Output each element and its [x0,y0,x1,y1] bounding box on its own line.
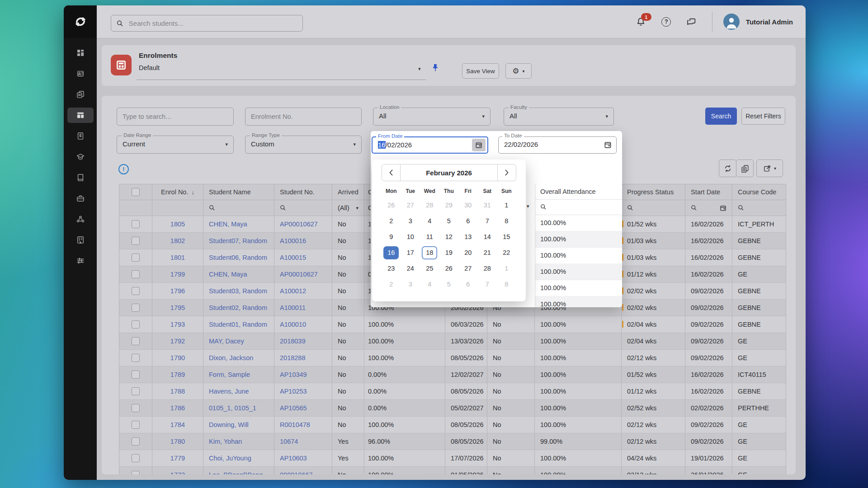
sidebar-item-courses[interactable] [67,149,94,164]
calendar-day[interactable]: 11 [420,229,439,245]
sidebar-item-documents[interactable] [67,87,94,102]
calendar-day[interactable]: 16 [382,245,401,261]
calendar-day[interactable]: 29 [439,197,459,213]
copy-grid-button[interactable] [736,160,754,177]
calendar-day[interactable]: 4 [420,277,439,292]
app-logo[interactable] [64,5,97,38]
column-header-enrol-no[interactable]: Enrol No.↓ [152,184,203,200]
row-checkbox[interactable] [132,371,140,379]
view-settings-button[interactable]: ⚙ ▾ [505,63,532,79]
filter-date-range-select[interactable]: Date Range Current ▾ [117,136,234,154]
row-checkbox[interactable] [132,454,140,462]
calendar-day[interactable]: 1 [497,261,516,277]
prev-month-button[interactable] [382,164,401,181]
enrol-no-link[interactable]: 1790 [152,350,203,366]
student-no-link[interactable]: A100010 [274,316,332,333]
student-name-link[interactable]: Dixon, Jackson [203,350,274,366]
calendar-day[interactable]: 6 [458,213,478,229]
calendar-day[interactable]: 21 [478,245,497,261]
student-no-link[interactable]: A100015 [274,249,332,266]
calendar-day[interactable]: 24 [401,261,420,277]
to-date-field[interactable]: To Date 22/02/2026 [498,136,617,154]
calendar-day[interactable]: 26 [382,197,401,213]
student-no-link[interactable]: AP10565 [274,400,332,416]
overlay-column-filter[interactable] [535,199,622,215]
column-header-arrived[interactable]: Arrived [332,184,364,200]
notifications-button[interactable]: 1 [633,14,649,29]
calendar-day[interactable]: 27 [458,261,478,277]
select-all-checkbox[interactable] [132,188,140,196]
student-name-link[interactable]: 0105_1, 0105_1 [203,400,274,416]
next-month-button[interactable] [497,164,516,181]
calendar-day[interactable]: 10 [401,229,420,245]
calendar-day[interactable]: 7 [478,277,497,292]
student-no-link[interactable]: 2018288 [274,350,332,366]
sidebar-item-dashboard[interactable] [67,45,94,61]
student-no-link[interactable]: A100016 [274,233,332,249]
avatar[interactable] [723,14,740,30]
table-row[interactable]: 1784 Downing, Will R0010478 No 100.00% 0… [119,417,786,433]
help-button[interactable]: ? [659,14,674,29]
row-checkbox[interactable] [132,354,140,362]
row-checkbox[interactable] [132,220,140,228]
enrol-no-link[interactable]: 1779 [152,450,203,466]
student-name-link[interactable]: Lee, BBangBBang [203,467,274,474]
sidebar-item-toolbox[interactable] [67,191,94,206]
filter-student-no[interactable] [274,200,332,216]
student-no-link[interactable]: A100011 [274,300,332,316]
student-name-link[interactable]: MAY, Dacey [203,333,274,349]
enrol-no-link[interactable]: 1784 [152,417,203,433]
filter-course-code[interactable] [732,200,786,216]
calendar-day[interactable]: 1 [497,197,516,213]
row-checkbox[interactable] [132,287,140,295]
calendar-day[interactable]: 23 [382,261,401,277]
calendar-month-title[interactable]: February 2026 [401,164,497,181]
student-name-link[interactable]: Student01, Random [203,316,274,333]
global-search[interactable] [111,15,303,32]
sidebar-item-book[interactable] [67,170,94,185]
student-name-link[interactable]: CHEN, Maya [203,216,274,232]
calendar-day[interactable]: 27 [401,197,420,213]
column-header-progress-status[interactable]: Progress Status [622,184,685,200]
search-button[interactable]: Search [705,108,737,125]
from-date-calendar-button[interactable] [472,139,486,151]
student-no-link[interactable]: 000010667 [274,467,332,474]
to-date-calendar-button[interactable] [604,141,612,150]
calendar-day[interactable]: 30 [458,197,478,213]
filter-enrolment-no-input[interactable] [245,108,362,126]
student-name-link[interactable]: Student03, Random [203,283,274,299]
student-no-link[interactable]: AP10349 [274,366,332,383]
enrol-no-link[interactable]: 1793 [152,316,203,333]
table-row[interactable]: 1780 Kim, Yohan 10674 Yes 96.00% 08/05/2… [119,433,786,450]
row-checkbox[interactable] [132,404,140,412]
row-checkbox[interactable] [132,320,140,328]
sidebar-item-invoices[interactable] [67,128,94,144]
sidebar-item-students[interactable] [67,66,94,81]
table-row[interactable]: 1788 Havens, June AP10253 No 0.00% 08/05… [119,383,786,400]
user-name[interactable]: Tutorial Admin [746,18,793,26]
table-row[interactable]: 1786 0105_1, 0105_1 AP10565 No 0.00% 05/… [119,400,786,417]
filter-start-date[interactable] [685,200,732,216]
calendar-day[interactable]: 7 [478,213,497,229]
filter-progress-status[interactable] [622,200,685,216]
row-checkbox[interactable] [132,253,140,262]
calendar-day[interactable]: 17 [401,245,420,261]
global-search-input[interactable] [128,19,297,28]
reset-filters-button[interactable]: Reset Filters [741,108,785,125]
sidebar-item-organisation[interactable] [67,232,94,248]
calendar-day[interactable]: 2 [382,277,401,292]
student-name-link[interactable]: Student02, Random [203,300,274,316]
enrol-no-link[interactable]: 1788 [152,383,203,399]
sidebar-item-enrolments[interactable] [67,108,94,123]
from-date-field[interactable]: From Date 16/02/2026 [372,136,488,154]
calendar-day[interactable]: 25 [420,261,439,277]
filter-arrived-select[interactable]: (All)▾ [332,200,364,216]
calendar-day[interactable]: 13 [458,229,478,245]
table-row[interactable]: 1793 Student01, Random A100010 No 100.00… [119,316,786,333]
sidebar-item-preferences[interactable] [67,253,94,268]
enrol-no-link[interactable]: 1805 [152,216,203,232]
student-no-link[interactable]: 10674 [274,433,332,450]
view-selector-caret-icon[interactable]: ▾ [418,66,421,72]
filter-student-name[interactable] [203,200,274,216]
student-name-link[interactable]: CHEN, Maya [203,266,274,282]
